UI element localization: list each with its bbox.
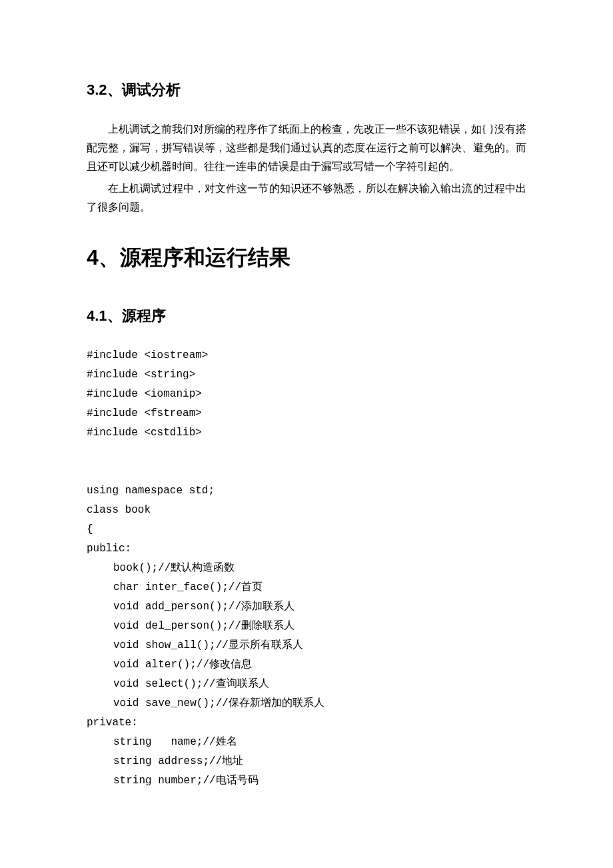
paragraph-group: 上机调试之前我们对所编的程序作了纸面上的检查，先改正一些不该犯错误，如{ }没有…: [87, 120, 526, 176]
section-4-1: 4.1、源程序 #include <iostream>#include <str…: [87, 306, 526, 791]
code-line: {: [87, 520, 526, 539]
code-line: string address;//地址: [87, 752, 526, 771]
code-line: void add_person();//添加联系人: [87, 597, 526, 617]
code-line: public:: [87, 539, 526, 559]
code-line: #include <iostream>: [87, 346, 526, 365]
heading-4-1: 4.1、源程序: [87, 306, 526, 326]
paragraph-group: 在上机调试过程中，对文件这一节的知识还不够熟悉，所以在解决输入输出流的过程中出了…: [87, 179, 526, 217]
paragraph-text: 上机调试之前我们对所编的程序作了纸面上的检查，先改正一些不该犯错误，如{ }没有…: [87, 120, 526, 176]
code-line: void select();//查询联系人: [87, 675, 526, 694]
section-3-2: 3.2、调试分析 上机调试之前我们对所编的程序作了纸面上的检查，先改正一些不该犯…: [87, 80, 526, 217]
code-line: void show_all();//显示所有联系人: [87, 636, 526, 655]
heading-4: 4、源程序和运行结果: [87, 243, 526, 273]
code-line: [87, 462, 526, 481]
section-4: 4、源程序和运行结果: [87, 243, 526, 273]
source-code-block: #include <iostream>#include <string>#inc…: [87, 346, 526, 791]
code-line: void save_new();//保存新增加的联系人: [87, 694, 526, 713]
code-line: using namespace std;: [87, 481, 526, 501]
code-line: [87, 443, 526, 462]
heading-3-2: 3.2、调试分析: [87, 80, 526, 100]
code-line: void alter();//修改信息: [87, 655, 526, 675]
code-line: class book: [87, 501, 526, 520]
paragraph-text: 在上机调试过程中，对文件这一节的知识还不够熟悉，所以在解决输入输出流的过程中出了…: [87, 179, 526, 217]
code-line: book();//默认构造函数: [87, 559, 526, 578]
code-line: void del_person();//删除联系人: [87, 617, 526, 636]
code-line: string name;//姓名: [87, 733, 526, 752]
code-line: char inter_face();//首页: [87, 578, 526, 597]
code-line: string number;//电话号码: [87, 771, 526, 791]
code-line: #include <iomanip>: [87, 385, 526, 404]
code-line: #include <fstream>: [87, 404, 526, 423]
code-line: private:: [87, 713, 526, 733]
code-line: #include <cstdlib>: [87, 423, 526, 443]
code-line: #include <string>: [87, 365, 526, 385]
